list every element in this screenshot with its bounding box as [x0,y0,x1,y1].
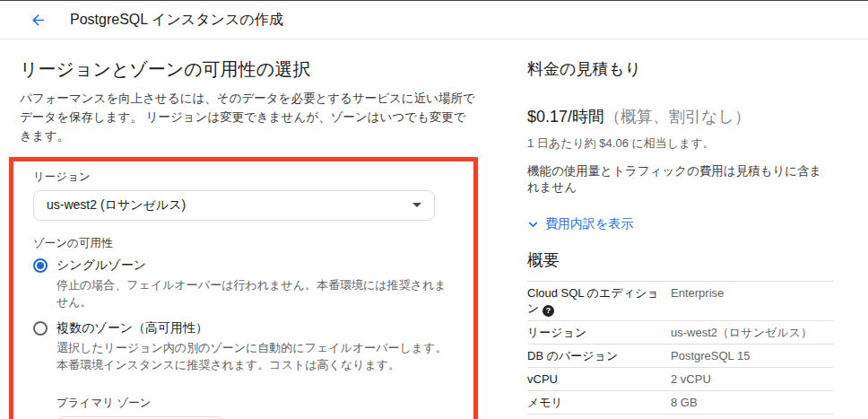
single-zone-description: 停止の場合、フェイルオーバーは行われません。本番環境には推奨されません。 [56,276,457,311]
region-zone-section: リージョンとゾーンの可用性の選択 パフォーマンスを向上させるには、そのデータを必… [20,39,508,419]
multi-zone-option: 複数のゾーン（高可用性） 選択したリージョン内の別のゾーンに自動的にフェイルオー… [33,320,457,374]
highlighted-region-zone-box: リージョン us-west2 (ロサンゼルス) ゾーンの可用性 シングルゾーン … [9,157,478,419]
summary-row-value: us-west2（ロサンゼルス） [671,325,834,340]
price-per-hour: $0.17/時間 [527,108,604,126]
summary-row-value: PostgreSQL 15 [671,348,834,363]
estimate-title: 料金の見積もり [527,58,834,80]
zone-availability-label: ゾーンの可用性 [33,236,457,251]
summary-row-vcpu: vCPU 2 vCPU [527,368,834,391]
summary-row-label: メモリ [527,395,671,410]
summary-row-data-cache: データ キャッシュ 無効 [527,415,834,419]
price-qualifier: （概算、割引なし） [604,108,751,126]
summary-row-label: リージョン [527,325,671,340]
region-dropdown-value: us-west2 (ロサンゼルス) [47,197,186,214]
cost-breakdown-link[interactable]: 費用内訳を表示 [527,216,633,232]
help-icon[interactable]: ? [542,305,554,317]
summary-row-label: vCPU [527,371,671,387]
summary-row-value: Enterprise [671,285,834,317]
summary-row-label: Cloud SQL のエディション ? [527,285,671,317]
dropdown-arrow-icon [412,203,421,207]
multi-zone-radio[interactable] [33,321,48,336]
price-estimate-panel: 料金の見積もり $0.17/時間（概算、割引なし） 1 日あたり約 $4.06 … [527,39,834,419]
section-description: パフォーマンスを向上させるには、そのデータを必要とするサービスに近い場所でデータ… [20,90,475,146]
single-zone-option: シングルゾーン 停止の場合、フェイルオーバーは行われません。本番環境には推奨され… [33,258,457,311]
page-header: PostgreSQL インスタンスの作成 [0,1,868,39]
summary-row-label: DB のバージョン [527,348,671,363]
single-zone-label[interactable]: シングルゾーン [56,258,457,274]
region-label: リージョン [33,170,457,185]
price-line: $0.17/時間（概算、割引なし） [527,106,834,127]
chevron-down-icon [527,219,539,231]
radio-dot [37,262,44,269]
section-title: リージョンとゾーンの可用性の選択 [20,57,508,82]
region-dropdown[interactable]: us-west2 (ロサンゼルス) [33,190,435,221]
price-exclusion-note: 機能の使用量とトラフィックの費用は見積もりに含まれません [527,163,834,196]
primary-zone-label: プライマリ ゾーン [56,396,457,411]
multi-zone-label[interactable]: 複数のゾーン（高可用性） [56,320,457,336]
summary-row-region: リージョン us-west2（ロサンゼルス） [527,321,834,345]
back-arrow-icon[interactable] [27,9,48,31]
summary-row-db-version: DB のバージョン PostgreSQL 15 [527,345,834,368]
summary-title: 概要 [527,249,834,271]
summary-row-edition: Cloud SQL のエディション ? Enterprise [527,282,834,321]
summary-table: Cloud SQL のエディション ? Enterprise リージョン us-… [527,281,834,419]
main-content: リージョンとゾーンの可用性の選択 パフォーマンスを向上させるには、そのデータを必… [0,39,868,419]
cost-breakdown-link-label: 費用内訳を表示 [545,216,633,232]
summary-row-value: 2 vCPU [671,371,834,387]
price-per-day-note: 1 日あたり約 $4.06 に相当します。 [527,135,834,152]
multi-zone-description: 選択したリージョン内の別のゾーンに自動的にフェイルオーバーします。本番環境インス… [56,339,457,374]
page-title: PostgreSQL インスタンスの作成 [70,11,283,30]
summary-row-memory: メモリ 8 GB [527,391,834,415]
single-zone-radio[interactable] [33,258,48,273]
summary-row-value: 8 GB [671,395,834,410]
